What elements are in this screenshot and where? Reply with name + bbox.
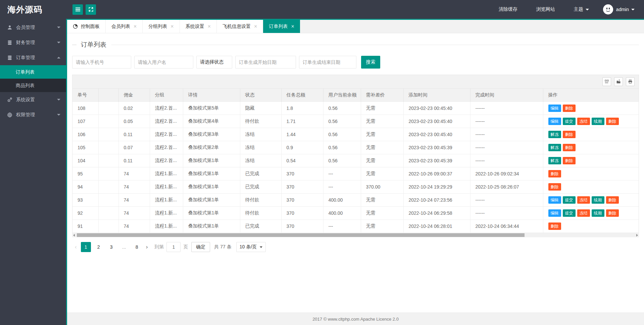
action-button[interactable]: 删除: [563, 131, 576, 138]
columns-button[interactable]: [602, 77, 611, 86]
close-icon[interactable]: ×: [291, 24, 294, 29]
chevron-down-icon: [260, 246, 262, 248]
table-body: 1080.02流程2.首...叠加模式第5单隐藏1.80.56无需2023-02…: [72, 102, 639, 233]
print-button[interactable]: [626, 77, 635, 86]
action-button[interactable]: 解冻: [548, 144, 561, 151]
user-menu[interactable]: admin: [598, 0, 644, 19]
sidebar-subitem[interactable]: 商品列表: [0, 79, 66, 92]
column-header: 详情: [183, 89, 240, 102]
action-button[interactable]: 删除: [548, 183, 561, 191]
action-button[interactable]: 删除: [563, 144, 576, 151]
page-number[interactable]: 2: [94, 242, 104, 252]
collapse-menu-button[interactable]: [72, 4, 83, 15]
action-button[interactable]: 编辑: [548, 118, 561, 125]
scroll-left-icon[interactable]: [73, 234, 75, 237]
table-cell: 流程2.首...: [150, 102, 183, 115]
action-button[interactable]: 续期: [592, 118, 604, 125]
action-button[interactable]: 提交: [563, 209, 576, 217]
action-button[interactable]: 解冻: [548, 157, 561, 164]
sidebar-item[interactable]: 财务管理: [0, 35, 66, 50]
start-date-input[interactable]: [235, 56, 296, 69]
sidebar-item[interactable]: 会员管理: [0, 20, 66, 35]
close-icon[interactable]: ×: [208, 24, 211, 29]
scroll-right-icon[interactable]: [636, 234, 638, 237]
horizontal-scrollbar[interactable]: [72, 233, 639, 237]
end-date-input[interactable]: [299, 56, 356, 69]
table-cell: 已完成: [240, 180, 281, 194]
action-button[interactable]: 删除: [606, 209, 619, 217]
table-row: 1070.05流程2.首...叠加模式第4单待付款1.710.56无需2023-…: [72, 115, 639, 128]
chevron-up-icon: [57, 57, 60, 58]
table-cell: 2022-10-26 09:00:37: [403, 167, 470, 180]
tab[interactable]: 控制面板: [67, 20, 106, 33]
sidebar-subitem[interactable]: 订单列表: [0, 65, 66, 79]
table-cell: 0.56: [323, 115, 361, 128]
username-label: admin: [616, 7, 629, 12]
page-number[interactable]: 3: [106, 242, 116, 252]
column-header: 操作: [543, 89, 639, 102]
close-icon[interactable]: ×: [134, 24, 137, 29]
topbar-nav: 清除缓存 浏览网站 主题 admin: [489, 0, 644, 19]
pagination: ‹ 123...8 › 到第 页 确定 共 77 条 10 条/页: [72, 242, 639, 252]
goto-page-input[interactable]: [166, 242, 181, 252]
action-button[interactable]: 删除: [548, 170, 561, 177]
action-button[interactable]: 解冻: [548, 131, 561, 138]
action-button[interactable]: 删除: [548, 222, 561, 230]
phone-input[interactable]: [72, 56, 131, 69]
action-button[interactable]: 续期: [592, 196, 604, 204]
table-row: 1050.07流程2.首...叠加模式第2单冻结0.90.56无需2023-02…: [72, 141, 639, 154]
action-button[interactable]: 编辑: [548, 105, 561, 112]
tab[interactable]: 系统设置×: [180, 20, 217, 33]
confirm-page-button[interactable]: 确定: [191, 242, 210, 252]
sidebar-item[interactable]: 系统设置: [0, 92, 66, 107]
next-page-button[interactable]: ›: [143, 244, 151, 250]
table-cell: 叠加模式第3单: [183, 128, 240, 141]
scrollbar-thumb[interactable]: [77, 233, 525, 237]
action-button[interactable]: 删除: [606, 118, 619, 125]
action-button[interactable]: 冻结: [577, 209, 590, 217]
action-button[interactable]: 冻结: [577, 196, 590, 204]
action-button[interactable]: 删除: [606, 196, 619, 204]
clear-cache-link[interactable]: 清除缓存: [489, 0, 527, 19]
close-icon[interactable]: ×: [254, 24, 257, 29]
sidebar-item[interactable]: 权限管理: [0, 107, 66, 122]
action-button[interactable]: 提交: [563, 118, 576, 125]
tab[interactable]: 会员列表×: [106, 20, 143, 33]
action-button[interactable]: 删除: [563, 105, 576, 112]
table-cell: 0.9: [281, 141, 323, 154]
action-button[interactable]: 编辑: [548, 209, 561, 217]
table-cell: 1.71: [281, 115, 323, 128]
action-button[interactable]: 续期: [592, 209, 604, 217]
export-button[interactable]: [614, 77, 623, 86]
close-icon[interactable]: ×: [170, 24, 174, 29]
browse-site-link[interactable]: 浏览网站: [527, 0, 564, 19]
prev-page-button[interactable]: ‹: [72, 244, 80, 250]
action-button[interactable]: 编辑: [548, 196, 561, 204]
status-select[interactable]: 请选择状态: [196, 56, 232, 69]
table-row: 9574流程1.新...叠加模式第1单已完成370---无需2022-10-26…: [72, 167, 639, 180]
action-button[interactable]: 冻结: [577, 118, 590, 125]
table-cell: [98, 115, 118, 128]
title-rule: [111, 45, 639, 45]
tab[interactable]: 飞机信息设置×: [217, 20, 263, 33]
theme-menu[interactable]: 主题: [564, 0, 598, 19]
table-cell: 2022-10-25 08:26:07: [470, 180, 543, 194]
page-number[interactable]: 8: [132, 242, 142, 252]
table-cell: 0.56: [323, 154, 361, 167]
tab[interactable]: 订单列表×: [263, 20, 300, 33]
search-button[interactable]: 搜索: [361, 56, 380, 69]
fullscreen-button[interactable]: [86, 4, 96, 15]
table-cell: 流程2.首...: [150, 128, 183, 141]
table-cell: [98, 167, 118, 180]
action-button[interactable]: 删除: [563, 157, 576, 164]
table-cell: ------: [470, 141, 543, 154]
sidebar-item[interactable]: 订单管理: [0, 50, 66, 65]
username-input[interactable]: [134, 56, 193, 69]
actions-cell: 编辑提交冻结续期删除: [543, 194, 639, 207]
table-cell: 1.44: [281, 128, 323, 141]
page-size-select[interactable]: 10 条/页: [236, 242, 266, 252]
sidebar-submenu: 订单列表商品列表: [0, 65, 66, 92]
tab[interactable]: 分组列表×: [143, 20, 180, 33]
action-button[interactable]: 提交: [563, 196, 576, 204]
page-number[interactable]: 1: [81, 242, 91, 252]
